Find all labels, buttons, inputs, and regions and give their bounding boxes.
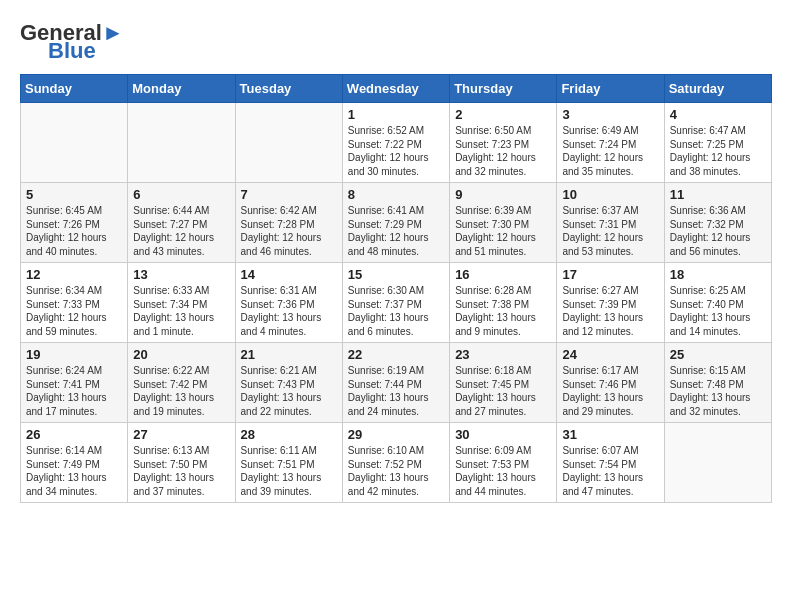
logo-blue-text: Blue [48, 38, 96, 64]
calendar-cell: 15Sunrise: 6:30 AM Sunset: 7:37 PM Dayli… [342, 263, 449, 343]
calendar-cell: 6Sunrise: 6:44 AM Sunset: 7:27 PM Daylig… [128, 183, 235, 263]
calendar-cell: 16Sunrise: 6:28 AM Sunset: 7:38 PM Dayli… [450, 263, 557, 343]
cell-info-text: Sunrise: 6:22 AM Sunset: 7:42 PM Dayligh… [133, 364, 229, 418]
cell-day-number: 3 [562, 107, 658, 122]
calendar-cell: 17Sunrise: 6:27 AM Sunset: 7:39 PM Dayli… [557, 263, 664, 343]
cell-info-text: Sunrise: 6:14 AM Sunset: 7:49 PM Dayligh… [26, 444, 122, 498]
calendar-cell: 13Sunrise: 6:33 AM Sunset: 7:34 PM Dayli… [128, 263, 235, 343]
calendar-cell: 28Sunrise: 6:11 AM Sunset: 7:51 PM Dayli… [235, 423, 342, 503]
cell-info-text: Sunrise: 6:15 AM Sunset: 7:48 PM Dayligh… [670, 364, 766, 418]
cell-day-number: 4 [670, 107, 766, 122]
weekday-header: Thursday [450, 75, 557, 103]
calendar-cell: 8Sunrise: 6:41 AM Sunset: 7:29 PM Daylig… [342, 183, 449, 263]
calendar-cell: 14Sunrise: 6:31 AM Sunset: 7:36 PM Dayli… [235, 263, 342, 343]
calendar-cell: 12Sunrise: 6:34 AM Sunset: 7:33 PM Dayli… [21, 263, 128, 343]
calendar-cell [235, 103, 342, 183]
weekday-header: Sunday [21, 75, 128, 103]
calendar-week-row: 1Sunrise: 6:52 AM Sunset: 7:22 PM Daylig… [21, 103, 772, 183]
cell-day-number: 24 [562, 347, 658, 362]
calendar-cell: 24Sunrise: 6:17 AM Sunset: 7:46 PM Dayli… [557, 343, 664, 423]
calendar-cell: 1Sunrise: 6:52 AM Sunset: 7:22 PM Daylig… [342, 103, 449, 183]
cell-info-text: Sunrise: 6:25 AM Sunset: 7:40 PM Dayligh… [670, 284, 766, 338]
calendar-cell: 9Sunrise: 6:39 AM Sunset: 7:30 PM Daylig… [450, 183, 557, 263]
cell-day-number: 12 [26, 267, 122, 282]
cell-day-number: 25 [670, 347, 766, 362]
cell-info-text: Sunrise: 6:52 AM Sunset: 7:22 PM Dayligh… [348, 124, 444, 178]
calendar-cell: 7Sunrise: 6:42 AM Sunset: 7:28 PM Daylig… [235, 183, 342, 263]
calendar-cell: 2Sunrise: 6:50 AM Sunset: 7:23 PM Daylig… [450, 103, 557, 183]
cell-info-text: Sunrise: 6:41 AM Sunset: 7:29 PM Dayligh… [348, 204, 444, 258]
cell-info-text: Sunrise: 6:11 AM Sunset: 7:51 PM Dayligh… [241, 444, 337, 498]
calendar-cell: 21Sunrise: 6:21 AM Sunset: 7:43 PM Dayli… [235, 343, 342, 423]
cell-day-number: 8 [348, 187, 444, 202]
cell-day-number: 21 [241, 347, 337, 362]
weekday-header: Wednesday [342, 75, 449, 103]
calendar-cell [664, 423, 771, 503]
cell-day-number: 1 [348, 107, 444, 122]
cell-info-text: Sunrise: 6:50 AM Sunset: 7:23 PM Dayligh… [455, 124, 551, 178]
cell-day-number: 18 [670, 267, 766, 282]
calendar-cell: 19Sunrise: 6:24 AM Sunset: 7:41 PM Dayli… [21, 343, 128, 423]
cell-info-text: Sunrise: 6:13 AM Sunset: 7:50 PM Dayligh… [133, 444, 229, 498]
calendar-cell [21, 103, 128, 183]
cell-day-number: 30 [455, 427, 551, 442]
cell-day-number: 11 [670, 187, 766, 202]
cell-info-text: Sunrise: 6:31 AM Sunset: 7:36 PM Dayligh… [241, 284, 337, 338]
cell-info-text: Sunrise: 6:44 AM Sunset: 7:27 PM Dayligh… [133, 204, 229, 258]
calendar-cell: 26Sunrise: 6:14 AM Sunset: 7:49 PM Dayli… [21, 423, 128, 503]
calendar-cell: 29Sunrise: 6:10 AM Sunset: 7:52 PM Dayli… [342, 423, 449, 503]
calendar-cell: 20Sunrise: 6:22 AM Sunset: 7:42 PM Dayli… [128, 343, 235, 423]
cell-info-text: Sunrise: 6:49 AM Sunset: 7:24 PM Dayligh… [562, 124, 658, 178]
weekday-header: Tuesday [235, 75, 342, 103]
cell-day-number: 17 [562, 267, 658, 282]
cell-info-text: Sunrise: 6:10 AM Sunset: 7:52 PM Dayligh… [348, 444, 444, 498]
cell-info-text: Sunrise: 6:45 AM Sunset: 7:26 PM Dayligh… [26, 204, 122, 258]
calendar-cell: 22Sunrise: 6:19 AM Sunset: 7:44 PM Dayli… [342, 343, 449, 423]
calendar-cell [128, 103, 235, 183]
cell-day-number: 29 [348, 427, 444, 442]
cell-info-text: Sunrise: 6:33 AM Sunset: 7:34 PM Dayligh… [133, 284, 229, 338]
cell-info-text: Sunrise: 6:09 AM Sunset: 7:53 PM Dayligh… [455, 444, 551, 498]
calendar-cell: 5Sunrise: 6:45 AM Sunset: 7:26 PM Daylig… [21, 183, 128, 263]
weekday-header: Monday [128, 75, 235, 103]
logo: General► Blue [20, 20, 124, 64]
cell-info-text: Sunrise: 6:18 AM Sunset: 7:45 PM Dayligh… [455, 364, 551, 418]
cell-info-text: Sunrise: 6:37 AM Sunset: 7:31 PM Dayligh… [562, 204, 658, 258]
calendar-cell: 27Sunrise: 6:13 AM Sunset: 7:50 PM Dayli… [128, 423, 235, 503]
cell-day-number: 31 [562, 427, 658, 442]
cell-day-number: 5 [26, 187, 122, 202]
header: General► Blue [20, 20, 772, 64]
cell-info-text: Sunrise: 6:36 AM Sunset: 7:32 PM Dayligh… [670, 204, 766, 258]
cell-day-number: 10 [562, 187, 658, 202]
cell-day-number: 13 [133, 267, 229, 282]
calendar-cell: 23Sunrise: 6:18 AM Sunset: 7:45 PM Dayli… [450, 343, 557, 423]
cell-info-text: Sunrise: 6:30 AM Sunset: 7:37 PM Dayligh… [348, 284, 444, 338]
calendar-week-row: 26Sunrise: 6:14 AM Sunset: 7:49 PM Dayli… [21, 423, 772, 503]
weekday-header: Friday [557, 75, 664, 103]
calendar-cell: 4Sunrise: 6:47 AM Sunset: 7:25 PM Daylig… [664, 103, 771, 183]
cell-day-number: 14 [241, 267, 337, 282]
cell-day-number: 16 [455, 267, 551, 282]
cell-day-number: 28 [241, 427, 337, 442]
calendar-cell: 31Sunrise: 6:07 AM Sunset: 7:54 PM Dayli… [557, 423, 664, 503]
calendar-cell: 3Sunrise: 6:49 AM Sunset: 7:24 PM Daylig… [557, 103, 664, 183]
calendar-week-row: 19Sunrise: 6:24 AM Sunset: 7:41 PM Dayli… [21, 343, 772, 423]
calendar-cell: 30Sunrise: 6:09 AM Sunset: 7:53 PM Dayli… [450, 423, 557, 503]
calendar-header-row: SundayMondayTuesdayWednesdayThursdayFrid… [21, 75, 772, 103]
cell-day-number: 6 [133, 187, 229, 202]
cell-day-number: 20 [133, 347, 229, 362]
cell-info-text: Sunrise: 6:39 AM Sunset: 7:30 PM Dayligh… [455, 204, 551, 258]
calendar-table: SundayMondayTuesdayWednesdayThursdayFrid… [20, 74, 772, 503]
calendar-week-row: 12Sunrise: 6:34 AM Sunset: 7:33 PM Dayli… [21, 263, 772, 343]
cell-info-text: Sunrise: 6:17 AM Sunset: 7:46 PM Dayligh… [562, 364, 658, 418]
calendar-cell: 25Sunrise: 6:15 AM Sunset: 7:48 PM Dayli… [664, 343, 771, 423]
cell-info-text: Sunrise: 6:07 AM Sunset: 7:54 PM Dayligh… [562, 444, 658, 498]
cell-info-text: Sunrise: 6:34 AM Sunset: 7:33 PM Dayligh… [26, 284, 122, 338]
cell-day-number: 19 [26, 347, 122, 362]
calendar-cell: 10Sunrise: 6:37 AM Sunset: 7:31 PM Dayli… [557, 183, 664, 263]
cell-day-number: 2 [455, 107, 551, 122]
calendar-cell: 18Sunrise: 6:25 AM Sunset: 7:40 PM Dayli… [664, 263, 771, 343]
cell-info-text: Sunrise: 6:28 AM Sunset: 7:38 PM Dayligh… [455, 284, 551, 338]
cell-day-number: 15 [348, 267, 444, 282]
cell-day-number: 26 [26, 427, 122, 442]
